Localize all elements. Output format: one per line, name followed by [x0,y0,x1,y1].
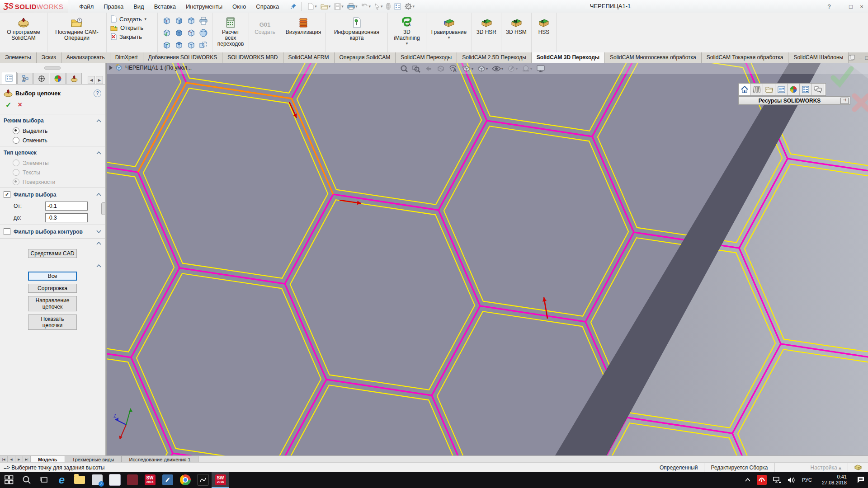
sort-button[interactable]: Сортировка [28,284,77,293]
file-explorer-tab[interactable] [763,84,775,95]
tab-solidcam-operations[interactable]: SolidCAM Переходы [396,52,457,63]
chevron-up-icon[interactable] [96,119,101,122]
start-button[interactable] [0,472,18,488]
tab-solidcam-25d[interactable]: SolidCAM 2.5D Переходы [457,52,532,63]
imachining-3d-button[interactable]: 3 3D iMachining ▾ [388,13,426,52]
tab-elements[interactable]: Элементы [0,52,37,63]
hsr-3d-button[interactable]: R 3D HSR [472,13,501,52]
checkbox-checked[interactable]: ✓ [4,191,10,198]
zoom-area-icon[interactable] [412,65,420,73]
tray-expand-chevron[interactable] [742,472,754,488]
tab-solidcam-3d[interactable]: SolidCAM 3D Переходы [532,52,605,63]
info-card-button[interactable]: Информационная карта [326,13,388,52]
calculate-all-operations-button[interactable]: Расчет всех переходов [212,13,249,52]
menu-item[interactable]: Вставка [149,3,181,10]
clock[interactable]: 0:4127.08.2018 [815,472,854,488]
resources-home-tab[interactable] [739,84,751,95]
engraving-button[interactable]: E Гравирование ▾ [426,13,472,52]
select-all-button[interactable]: Все [28,272,77,281]
help-button[interactable]: ? [824,3,835,10]
confirm-cancel-corner[interactable] [851,92,868,113]
tab-solidcam-operation[interactable]: Операция SolidCAM [335,52,396,63]
scroll-left-button[interactable]: ◀ [88,76,95,84]
pin-menu-icon[interactable] [290,3,297,9]
menu-item[interactable]: Вид [128,3,149,10]
model-tab[interactable]: Модель [31,456,65,463]
cad-section-header[interactable] [0,239,105,247]
zoom-fit-icon[interactable] [400,65,408,73]
view-palette-tab[interactable] [775,84,788,95]
panel-grip[interactable] [0,63,105,72]
display-style-icon[interactable]: ▾ [477,65,488,73]
resources-panel-header[interactable]: Ресурсы SOLIDWORKS ⊣ [738,96,850,105]
chain-type-section-header[interactable]: Тип цепочек [0,147,105,158]
solidcam-manager-tab[interactable] [66,73,82,84]
recent-cam-operations-button[interactable]: Последние CAM-Операции [47,13,107,52]
doc-restore-button[interactable]: □ [865,55,868,61]
chevron-up-icon[interactable] [96,151,101,155]
chain-direction-button[interactable]: Направление цепочек [28,296,77,311]
menu-item[interactable]: Правка [99,3,128,10]
ok-button[interactable]: ✓ [5,101,11,109]
dropdown-caret-icon[interactable]: ▾ [406,41,408,46]
tab-solidcam-turning[interactable]: SolidCAM Токарная обработка [702,52,789,63]
feature-tree-tab[interactable] [17,73,33,84]
configuration-tab[interactable] [33,73,49,84]
hide-show-items-icon[interactable]: ▾ [492,66,503,72]
next-tab-button[interactable]: ▶ [15,456,23,463]
print-button[interactable]: ▾ [346,2,359,11]
model-scene[interactable]: Z [107,63,868,455]
pin-panel-icon[interactable]: ⊣ [840,98,849,104]
cam-close-button[interactable]: Закрыть [110,33,154,40]
contour-filter-header[interactable]: Фильтр выбора контуров [0,226,105,237]
hss-button[interactable]: S HSS [532,13,557,52]
app-icon-blue[interactable] [159,472,176,488]
filter-to-input[interactable] [45,213,88,222]
print-tool-icon[interactable] [199,17,208,25]
radio-unselected[interactable] [13,137,19,144]
tab-evaluate[interactable]: Анализировать [61,52,110,63]
maximize-button[interactable]: □ [845,3,856,10]
app-icon-darkred[interactable] [123,472,141,488]
cube-tool-icon[interactable] [187,16,196,25]
mode-section-header[interactable]: Режим выбора [0,115,105,126]
app-icon-black[interactable] [194,472,212,488]
show-chains-button[interactable]: Показать цепочки [28,314,77,330]
mode-option-unselect[interactable]: Отменить [0,136,105,145]
dropdown-caret-icon[interactable]: ▾ [448,35,450,40]
tab-solidcam-multiaxis[interactable]: SolidCAM Многоосевая обработка [605,52,702,63]
cube-tool-icon[interactable] [175,16,184,25]
cube-tool-icon[interactable] [187,41,196,50]
prev-tab-button[interactable]: ◀ [8,456,15,463]
appearances-tab[interactable] [50,73,66,84]
view-settings-icon[interactable] [536,65,545,73]
menu-item[interactable]: Справка [251,3,284,10]
chevron-down-icon[interactable] [96,230,101,233]
about-solidcam-button[interactable]: О программе SolidCAM [0,13,47,52]
app-icon-with-badge[interactable]: 3 [88,472,106,488]
menu-item[interactable]: Файл [74,3,99,10]
tab-solidcam-templates[interactable]: SolidCAM Шаблоны [788,52,849,63]
chains-section-header[interactable] [0,262,105,270]
simulation-button[interactable]: Визуализация [281,13,326,52]
cam-new-button[interactable]: Создать ▾ [110,15,154,23]
chevron-up-icon[interactable] [96,242,101,245]
cube-tool-icon[interactable] [162,16,171,25]
minimize-button[interactable]: – [835,3,845,10]
expand-arrow-icon[interactable] [109,66,113,70]
transform-tool-icon[interactable] [199,41,208,50]
file-properties-button[interactable] [393,2,402,11]
open-document-button[interactable]: ▾ [319,2,332,11]
graphics-viewport[interactable]: Z ЧЕРЕПИЦА1-1 (По умол... A ▾ [107,63,868,455]
chevron-up-icon[interactable] [96,264,101,267]
3d-views-tab[interactable]: Трехмерные виды [65,456,122,463]
tab-afrm[interactable]: SolidCAM AFRM [283,52,335,63]
search-button[interactable] [18,472,35,488]
rebuild-button[interactable] [385,2,392,11]
first-tab-button[interactable]: |◀ [0,456,8,463]
chrome-icon[interactable] [176,472,194,488]
file-explorer-icon[interactable] [71,472,88,488]
tab-mbd[interactable]: SOLIDWORKS MBD [222,52,283,63]
document-tab[interactable]: ЧЕРЕПИЦА1-1 (По умол... [109,64,192,71]
task-view-button[interactable] [35,472,53,488]
